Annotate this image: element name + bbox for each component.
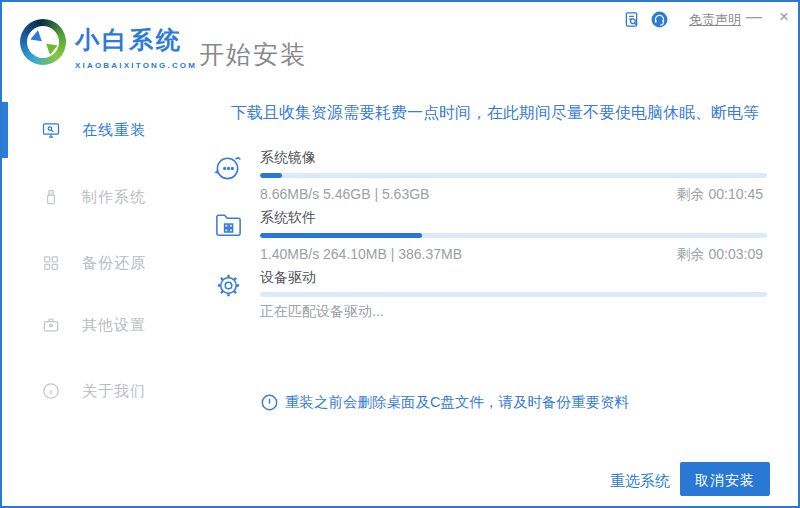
- progress-fill: [260, 233, 422, 238]
- progress-bar-system-software: [260, 233, 767, 238]
- toolbox-icon: [41, 315, 61, 335]
- exclamation-circle-icon: [261, 394, 278, 411]
- sidebar-item-make-system[interactable]: 制作系统: [2, 181, 202, 213]
- task-detail: 正在匹配设备驱动...: [260, 303, 384, 321]
- download-notice: 下载且收集资源需要耗费一点时间，在此期间尽量不要使电脑休眠、断电等: [216, 103, 774, 124]
- task-name: 系统镜像: [260, 149, 316, 167]
- sidebar-item-online-reinstall[interactable]: 在线重装: [2, 114, 202, 146]
- folder-icon: [213, 210, 244, 241]
- face-icon: [213, 151, 244, 182]
- page-title: 开始安装: [199, 38, 307, 71]
- backup-warning-note: 重装之前会删除桌面及C盘文件，请及时备份重要资料: [261, 393, 629, 412]
- info-icon: [41, 381, 61, 401]
- reselect-system-button[interactable]: 重选系统: [600, 467, 680, 493]
- gear-icon: [213, 270, 244, 301]
- usb-icon: [41, 187, 61, 207]
- minimize-button[interactable]: —: [744, 6, 764, 28]
- sidebar-item-about-us[interactable]: 关于我们: [2, 375, 202, 407]
- close-button[interactable]: ×: [774, 6, 794, 28]
- task-detail: 1.40MB/s 264.10MB | 386.37MB: [260, 246, 462, 262]
- customer-service-icon[interactable]: [650, 10, 669, 29]
- disclaimer-doc-icon[interactable]: [622, 10, 641, 29]
- sidebar-item-label: 关于我们: [82, 382, 146, 401]
- task-detail: 8.66MB/s 5.46GB | 5.63GB: [260, 186, 429, 202]
- brand-block: 小白系统 XIAOBAIXITONG.COM: [75, 24, 197, 70]
- monitor-icon: [41, 120, 61, 140]
- progress-bar-device-driver: [260, 292, 767, 297]
- sidebar-item-backup-restore[interactable]: 备份还原: [2, 247, 202, 279]
- brand-domain: XIAOBAIXITONG.COM: [75, 61, 197, 70]
- task-name: 设备驱动: [260, 269, 316, 287]
- task-remaining: 剩余 00:03:09: [677, 246, 763, 264]
- sidebar-item-label: 在线重装: [82, 121, 146, 140]
- sidebar-item-label: 其他设置: [82, 316, 146, 335]
- sidebar-item-other-settings[interactable]: 其他设置: [2, 309, 202, 341]
- task-remaining: 剩余 00:10:45: [677, 186, 763, 204]
- brand-name: 小白系统: [75, 24, 197, 56]
- sidebar-item-label: 制作系统: [82, 188, 146, 207]
- app-window: 免责声明 — × 小白系统 XIAOBAIXITONG.COM 开始安装 在线重…: [0, 0, 800, 508]
- disclaimer-link[interactable]: 免责声明: [689, 11, 741, 29]
- warning-note-text: 重装之前会删除桌面及C盘文件，请及时备份重要资料: [285, 393, 629, 412]
- progress-bar-system-image: [260, 173, 767, 178]
- sidebar-item-label: 备份还原: [82, 254, 146, 273]
- cancel-install-button[interactable]: 取消安装: [680, 462, 770, 496]
- blocks-icon: [41, 253, 61, 273]
- progress-fill: [260, 173, 282, 178]
- task-name: 系统软件: [260, 209, 316, 227]
- app-logo: [20, 19, 66, 65]
